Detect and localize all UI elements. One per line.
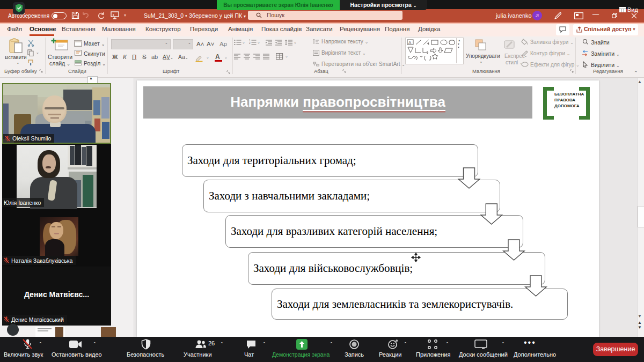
svg-text:ПРАВОВА: ПРАВОВА: [554, 98, 575, 102]
svg-text:A: A: [408, 40, 412, 45]
svg-text:БЕЗОПЛАТНА: БЕЗОПЛАТНА: [554, 92, 584, 97]
svg-text:ДОПОМОГА: ДОПОМОГА: [554, 104, 580, 108]
svg-text:2: 2: [249, 42, 251, 45]
